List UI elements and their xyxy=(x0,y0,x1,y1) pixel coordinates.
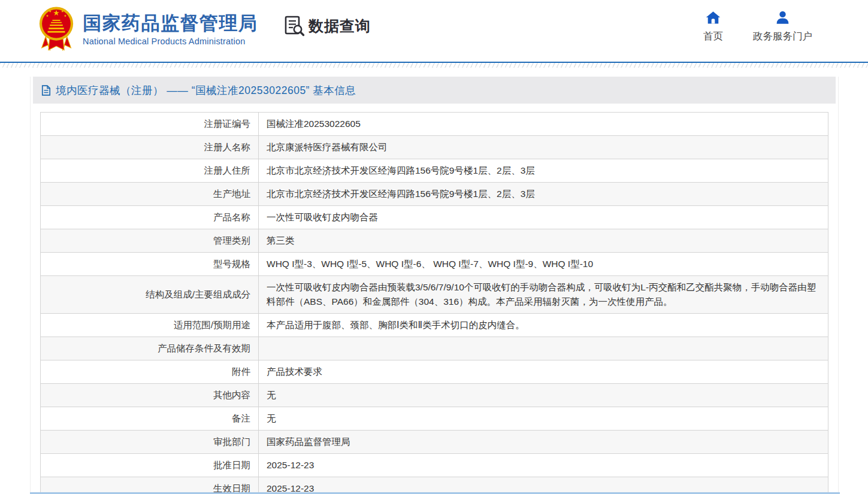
header-separator-hatch xyxy=(0,63,868,68)
table-row: 审批部门 国家药品监督管理局 xyxy=(41,431,828,454)
row-value: 本产品适用于腹部、颈部、胸部Ⅰ类和Ⅱ类手术切口的皮内缝合。 xyxy=(259,314,828,337)
site-logo[interactable]: 国家药品监督管理局 National Medical Products Admi… xyxy=(38,5,258,53)
row-label: 注册人名称 xyxy=(41,136,259,159)
row-label: 批准日期 xyxy=(41,454,259,477)
row-value: 北京市北京经济技术开发区经海四路156号院9号楼1层、2层、3层 xyxy=(259,183,828,206)
home-icon xyxy=(705,10,721,26)
table-row: 管理类别 第三类 xyxy=(41,229,828,253)
table-row: 适用范围/预期用途 本产品适用于腹部、颈部、胸部Ⅰ类和Ⅱ类手术切口的皮内缝合。 xyxy=(41,314,828,337)
row-label: 备注 xyxy=(41,407,259,431)
table-row: 注册证编号 国械注准20253022605 xyxy=(41,113,828,136)
table-row: 结构及组成/主要组成成分 一次性可吸收钉皮内吻合器由预装载3/5/6/7/9/1… xyxy=(41,276,828,314)
row-label: 注册人住所 xyxy=(41,159,259,183)
site-header: 国家药品监督管理局 National Medical Products Admi… xyxy=(0,0,868,62)
nav-item-portal[interactable]: 政务服务门户 xyxy=(753,10,812,43)
registration-info-table: 注册证编号 国械注准20253022605 注册人名称 北京康派特医疗器械有限公… xyxy=(40,112,828,494)
page-title-bar: 境内医疗器械（注册） —— “国械注准20253022605” 基本信息 xyxy=(33,77,836,104)
row-value: 北京市北京经济技术开发区经海四路156号院9号楼1层、2层、3层 xyxy=(259,159,828,183)
nav-home-label: 首页 xyxy=(703,30,723,43)
row-value: 北京康派特医疗器械有限公司 xyxy=(259,136,828,159)
site-title: 国家药品监督管理局 xyxy=(83,12,258,35)
table-row: 生产地址 北京市北京经济技术开发区经海四路156号院9号楼1层、2层、3层 xyxy=(41,183,828,206)
table-row: 批准日期 2025-12-23 xyxy=(41,454,828,477)
row-value: 无 xyxy=(259,407,828,431)
row-label: 生效日期 xyxy=(41,477,259,494)
main-container: 境内医疗器械（注册） —— “国械注准20253022605” 基本信息 注册证… xyxy=(30,77,839,494)
document-icon xyxy=(41,85,51,96)
row-label: 附件 xyxy=(41,360,259,384)
national-emblem-icon xyxy=(38,5,74,53)
row-label: 产品储存条件及有效期 xyxy=(41,337,259,360)
nav-item-home[interactable]: 首页 xyxy=(703,10,723,43)
document-search-icon xyxy=(283,14,306,37)
row-label: 注册证编号 xyxy=(41,113,259,136)
row-label: 生产地址 xyxy=(41,183,259,206)
row-value: 2025-12-23 xyxy=(259,477,828,494)
row-label: 型号规格 xyxy=(41,253,259,276)
row-label: 结构及组成/主要组成成分 xyxy=(41,276,259,314)
row-value: 2025-12-23 xyxy=(259,454,828,477)
row-value: 一次性可吸收钉皮内吻合器 xyxy=(259,206,828,229)
table-row: 产品储存条件及有效期 xyxy=(41,337,828,360)
page: 国家药品监督管理局 National Medical Products Admi… xyxy=(0,0,868,494)
row-value: 产品技术要求 xyxy=(259,360,828,384)
table-row: 附件 产品技术要求 xyxy=(41,360,828,384)
table-row: 备注 无 xyxy=(41,407,828,431)
top-nav: 首页 政务服务门户 xyxy=(703,10,812,43)
content-area: 注册证编号 国械注准20253022605 注册人名称 北京康派特医疗器械有限公… xyxy=(33,104,836,494)
logo-text: 国家药品监督管理局 National Medical Products Admi… xyxy=(83,12,258,46)
row-value: 第三类 xyxy=(259,229,828,253)
table-row: 其他内容 无 xyxy=(41,384,828,407)
row-value: 国家药品监督管理局 xyxy=(259,431,828,454)
row-value: WHQ I型-3、WHQ I型-5、WHQ I型-6、 WHQ I型-7、WHQ… xyxy=(259,253,828,276)
table-row: 型号规格 WHQ I型-3、WHQ I型-5、WHQ I型-6、 WHQ I型-… xyxy=(41,253,828,276)
table-row: 生效日期 2025-12-23 xyxy=(41,477,828,494)
table-row: 注册人住所 北京市北京经济技术开发区经海四路156号院9号楼1层、2层、3层 xyxy=(41,159,828,183)
table-row: 产品名称 一次性可吸收钉皮内吻合器 xyxy=(41,206,828,229)
row-value: 一次性可吸收钉皮内吻合器由预装载3/5/6/7/9/10个可吸收钉的手动吻合器构… xyxy=(259,276,828,314)
site-subtitle: National Medical Products Administration xyxy=(83,37,258,46)
row-label: 适用范围/预期用途 xyxy=(41,314,259,337)
row-value: 无 xyxy=(259,384,828,407)
data-query-section[interactable]: 数据查询 xyxy=(283,14,371,37)
page-title: 境内医疗器械（注册） —— “国械注准20253022605” 基本信息 xyxy=(56,83,356,98)
table-row: 注册人名称 北京康派特医疗器械有限公司 xyxy=(41,136,828,159)
row-label: 管理类别 xyxy=(41,229,259,253)
user-icon xyxy=(775,10,791,26)
row-value xyxy=(259,337,828,360)
nav-portal-label: 政务服务门户 xyxy=(753,30,812,43)
row-label: 审批部门 xyxy=(41,431,259,454)
row-value: 国械注准20253022605 xyxy=(259,113,828,136)
data-query-label: 数据查询 xyxy=(309,16,371,36)
row-label: 其他内容 xyxy=(41,384,259,407)
row-label: 产品名称 xyxy=(41,206,259,229)
